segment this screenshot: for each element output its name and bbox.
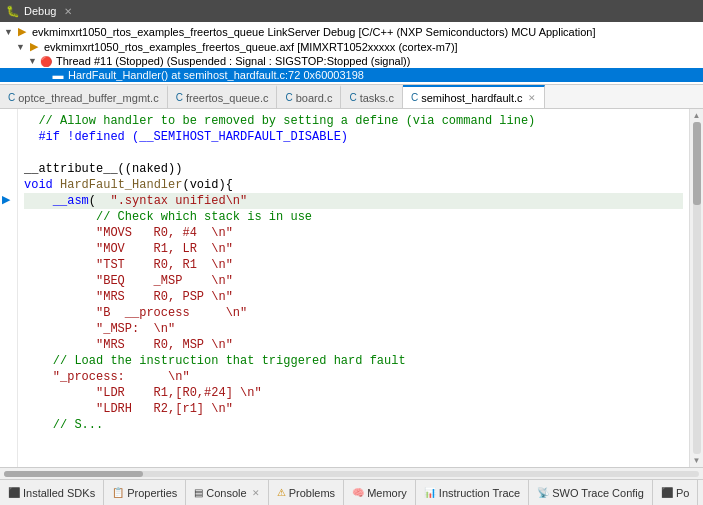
app-window: 🐛 Debug ✕ ▼ ▶ evkmimxrt1050_rtos_example… xyxy=(0,0,703,505)
file-tab-1[interactable]: C freertos_queue.c xyxy=(168,85,278,108)
swo-icon: 📡 xyxy=(537,487,549,498)
c-file-icon-2: C xyxy=(285,92,292,103)
console-icon: ▤ xyxy=(194,487,203,498)
scroll-track[interactable] xyxy=(693,122,701,454)
code-line-4: void HardFault_Handler (void){ xyxy=(24,177,683,193)
code-line-18: "LDRH R2,[r1] \n" xyxy=(24,401,683,417)
horizontal-scrollbar[interactable] xyxy=(0,467,703,479)
bottom-tab-label-1: Properties xyxy=(127,487,177,499)
file-tab-label-0: optce_thread_buffer_mgmt.c xyxy=(18,92,158,104)
file-tab-label-1: freertos_queue.c xyxy=(186,92,269,104)
current-line-arrow: ▶ xyxy=(2,193,10,206)
bottom-tab-properties[interactable]: 📋 Properties xyxy=(104,480,186,505)
code-line-2 xyxy=(24,145,683,161)
file-tabs: C optce_thread_buffer_mgmt.c C freertos_… xyxy=(0,85,703,109)
trace-icon: 📊 xyxy=(424,487,436,498)
debug-tree-item-0[interactable]: ▼ ▶ evkmimxrt1050_rtos_examples_freertos… xyxy=(0,24,703,39)
code-lines-container: // Allow handler to be removed by settin… xyxy=(18,109,689,467)
scroll-down-btn[interactable]: ▼ xyxy=(693,456,701,465)
file-tab-label-4: semihost_hardfault.c xyxy=(421,92,523,104)
code-line-15: // Load the instruction that triggered h… xyxy=(24,353,683,369)
code-line-6: // Check which stack is in use xyxy=(24,209,683,225)
h-scroll-track[interactable] xyxy=(4,471,699,477)
code-line-3: __attribute__((naked)) xyxy=(24,161,683,177)
file-tab-3[interactable]: C tasks.c xyxy=(341,85,402,108)
bottom-tab-label-3: Problems xyxy=(289,487,335,499)
code-line-16: "_process: \n" xyxy=(24,369,683,385)
debug-run-icon: ▶ xyxy=(14,25,30,38)
file-tab-label-3: tasks.c xyxy=(360,92,394,104)
c-file-icon-1: C xyxy=(176,92,183,103)
scroll-thumb[interactable] xyxy=(693,122,701,205)
properties-icon: 📋 xyxy=(112,487,124,498)
code-line-17: "LDR R1,[R0,#24] \n" xyxy=(24,385,683,401)
bottom-tab-instruction-trace[interactable]: 📊 Instruction Trace xyxy=(416,480,529,505)
file-tab-label-2: board.c xyxy=(296,92,333,104)
bottom-tab-label-2: Console xyxy=(206,487,246,499)
h-scroll-thumb[interactable] xyxy=(4,471,143,477)
code-line-0: // Allow handler to be removed by settin… xyxy=(24,113,683,129)
c-file-icon-3: C xyxy=(349,92,356,103)
code-line-5: __asm ( ".syntax unified\n" xyxy=(24,193,683,209)
bottom-tab-label-0: Installed SDKs xyxy=(23,487,95,499)
debug-tree-label-0: evkmimxrt1050_rtos_examples_freertos_que… xyxy=(32,26,596,38)
file-tab-4[interactable]: C semihost_hardfault.c ✕ xyxy=(403,85,545,108)
title-bar: 🐛 Debug ✕ xyxy=(0,0,703,22)
code-line-9: "TST R0, R1 \n" xyxy=(24,257,683,273)
vertical-scrollbar[interactable]: ▲ ▼ xyxy=(689,109,703,467)
bottom-tab-label-7: Po xyxy=(676,487,689,499)
debug-tree-label-1: evkmimxrt1050_rtos_examples_freertos_que… xyxy=(44,41,458,53)
code-line-19: // S... xyxy=(24,417,683,433)
bottom-tabs: ⬛ Installed SDKs 📋 Properties ▤ Console … xyxy=(0,479,703,505)
bottom-tab-swo-trace[interactable]: 📡 SWO Trace Config xyxy=(529,480,653,505)
file-tab-close-4[interactable]: ✕ xyxy=(528,93,536,103)
bottom-tab-installed-sdks[interactable]: ⬛ Installed SDKs xyxy=(0,480,104,505)
bottom-tab-label-5: Instruction Trace xyxy=(439,487,520,499)
memory-icon: 🧠 xyxy=(352,487,364,498)
bottom-tab-label-6: SWO Trace Config xyxy=(552,487,644,499)
code-line-13: "_MSP: \n" xyxy=(24,321,683,337)
bottom-tab-console[interactable]: ▤ Console ✕ xyxy=(186,480,268,505)
main-content: ▼ ▶ evkmimxrt1050_rtos_examples_freertos… xyxy=(0,22,703,505)
code-with-scroll: ▶ // Allow handler to be removed by sett… xyxy=(0,109,703,467)
bottom-tab-memory[interactable]: 🧠 Memory xyxy=(344,480,416,505)
code-line-10: "BEQ _MSP \n" xyxy=(24,273,683,289)
file-tab-2[interactable]: C board.c xyxy=(277,85,341,108)
c-file-icon-0: C xyxy=(8,92,15,103)
problems-icon: ⚠ xyxy=(277,487,286,498)
file-tab-0[interactable]: C optce_thread_buffer_mgmt.c xyxy=(0,85,168,108)
tree-arrow-0: ▼ xyxy=(4,27,14,37)
debug-tree-label-3: HardFault_Handler() at semihost_hardfaul… xyxy=(68,69,364,81)
debug-tree-label-2: Thread #11 (Stopped) (Suspended : Signal… xyxy=(56,55,410,67)
code-line-14: "MRS R0, MSP \n" xyxy=(24,337,683,353)
debug-tree-item-3[interactable]: › ▬ HardFault_Handler() at semihost_hard… xyxy=(0,68,703,82)
code-line-8: "MOV R1, LR \n" xyxy=(24,241,683,257)
debug-panel: ▼ ▶ evkmimxrt1050_rtos_examples_freertos… xyxy=(0,22,703,85)
c-file-icon-4: C xyxy=(411,92,418,103)
tree-arrow-3: › xyxy=(40,70,50,80)
code-section: ▶ // Allow handler to be removed by sett… xyxy=(0,109,703,479)
title-label: Debug xyxy=(24,5,56,17)
sdk-icon: ⬛ xyxy=(8,487,20,498)
console-close-icon[interactable]: ✕ xyxy=(252,488,260,498)
thread-icon: 🔴 xyxy=(38,56,54,67)
code-line-1: #if !defined (__SEMIHOST_HARDFAULT_DISAB… xyxy=(24,129,683,145)
title-close-icon[interactable]: ✕ xyxy=(64,6,72,17)
process-icon: ▶ xyxy=(26,40,42,53)
tree-arrow-1: ▼ xyxy=(16,42,26,52)
code-line-7: "MOVS R0, #4 \n" xyxy=(24,225,683,241)
code-line-12: "B __process \n" xyxy=(24,305,683,321)
bottom-tab-label-4: Memory xyxy=(367,487,407,499)
line-indicator-col: ▶ xyxy=(0,109,18,467)
po-icon: ⬛ xyxy=(661,487,673,498)
bottom-tab-problems[interactable]: ⚠ Problems xyxy=(269,480,344,505)
scroll-up-btn[interactable]: ▲ xyxy=(693,111,701,120)
debug-tree-item-1[interactable]: ▼ ▶ evkmimxrt1050_rtos_examples_freertos… xyxy=(0,39,703,54)
bottom-tab-po[interactable]: ⬛ Po xyxy=(653,480,698,505)
debug-tree-item-2[interactable]: ▼ 🔴 Thread #11 (Stopped) (Suspended : Si… xyxy=(0,54,703,68)
tree-arrow-2: ▼ xyxy=(28,56,38,66)
frame-icon: ▬ xyxy=(50,69,66,81)
code-line-11: "MRS R0, PSP \n" xyxy=(24,289,683,305)
debug-icon: 🐛 xyxy=(6,5,20,18)
